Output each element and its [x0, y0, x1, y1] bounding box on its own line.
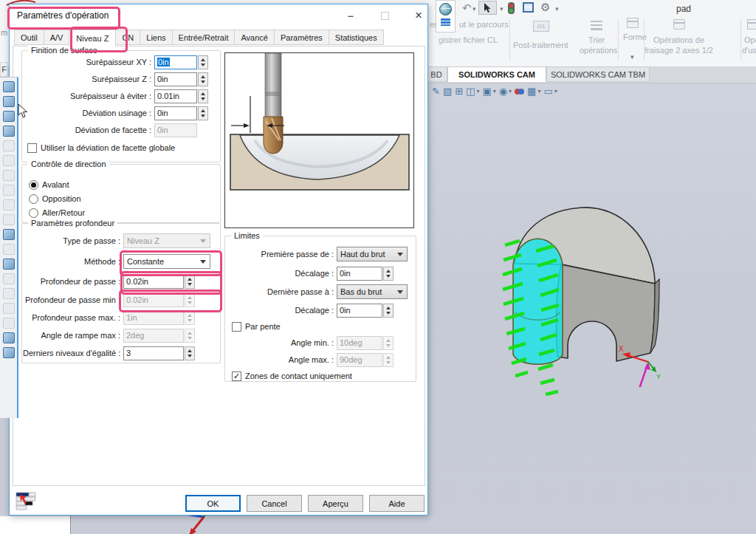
scene-caret-icon[interactable]: ▾: [537, 88, 540, 95]
tab-bd[interactable]: BD: [425, 66, 447, 82]
cam-tool-icon-12[interactable]: [3, 244, 15, 255]
method-combo[interactable]: Constante: [123, 254, 210, 269]
cam-tool-icon-19[interactable]: [3, 347, 15, 358]
tab-statistiques[interactable]: Statistiques: [329, 30, 384, 45]
undo-icon[interactable]: ↶: [462, 1, 472, 15]
first-cut-from-combo[interactable]: Haut du brut: [337, 247, 408, 261]
tab-parametres[interactable]: Paramètres: [274, 30, 329, 45]
tab-niveau-z[interactable]: Niveau Z: [69, 30, 116, 47]
zoom-caret-icon[interactable]: ▾: [476, 88, 479, 95]
view-orientation-icon[interactable]: ▣: [482, 86, 491, 97]
display-settings-icon[interactable]: ▭: [543, 86, 552, 97]
ribbon-sort-line2[interactable]: opérations: [580, 46, 617, 55]
global-facet-deviation-checkbox[interactable]: [27, 143, 37, 153]
close-button[interactable]: ×: [408, 7, 429, 24]
tab-liens[interactable]: Liens: [140, 30, 172, 45]
ribbon-simulate-toolpath[interactable]: ut le parcours: [459, 20, 509, 29]
tab-solidworks-cam[interactable]: SOLIDWORKS CAM: [447, 66, 546, 82]
cam-tool-icon-16[interactable]: [3, 303, 15, 314]
last-cut-at-combo[interactable]: Bas du brut: [337, 284, 408, 299]
conventional-radio[interactable]: [29, 194, 38, 204]
machining-deviation-spinner[interactable]: [198, 106, 208, 120]
layers-icon[interactable]: [441, 18, 450, 26]
cursor-arrow-icon: [484, 3, 492, 13]
display-caret-icon[interactable]: ▾: [509, 88, 512, 95]
sketch-icon[interactable]: ✎: [432, 86, 440, 97]
measure-icon[interactable]: ⊞: [455, 86, 463, 97]
table-icon[interactable]: [523, 2, 534, 13]
view-caret-icon[interactable]: ▾: [493, 88, 496, 95]
display-style-icon[interactable]: ◉: [499, 86, 507, 97]
cam-tool-icon-4[interactable]: [3, 126, 15, 137]
cam-tool-icon-1[interactable]: [3, 81, 15, 92]
cam-tool-icon-8[interactable]: [3, 185, 15, 196]
cut-depth-input[interactable]: 0.02in: [123, 275, 184, 289]
cam-tool-icon-2[interactable]: [3, 96, 15, 107]
cancel-button[interactable]: Cancel: [247, 495, 302, 512]
undo-caret-icon[interactable]: ▾: [472, 5, 476, 13]
allowance-xy-spinner[interactable]: [198, 55, 208, 69]
climb-radio[interactable]: [29, 180, 38, 190]
cam-tool-icon-18[interactable]: [3, 332, 15, 343]
ribbon-machine-line1[interactable]: Opérati: [744, 35, 756, 44]
contact-zones-checkbox[interactable]: ✓: [232, 372, 241, 381]
gear-icon[interactable]: ⚙: [540, 1, 550, 14]
minimize-button[interactable]: −: [340, 7, 361, 24]
zigzag-radio[interactable]: [29, 208, 38, 218]
allowance-xy-input[interactable]: 0in: [154, 55, 197, 69]
tab-outil[interactable]: Outil: [14, 30, 44, 45]
section-view-icon[interactable]: ▧: [443, 86, 452, 97]
shape-caret-icon[interactable]: ▾: [630, 53, 634, 61]
appearance-spheres-icon[interactable]: [515, 86, 524, 97]
settings-caret-icon[interactable]: ▾: [554, 88, 557, 95]
cam-tool-icon-10[interactable]: [3, 214, 15, 225]
feed-table-icon[interactable]: [16, 490, 38, 513]
tab-av[interactable]: A/V: [44, 30, 70, 45]
equal-levels-spinner[interactable]: [185, 346, 195, 360]
tab-avance[interactable]: Avancé: [234, 30, 275, 45]
ribbon-save-cl-file[interactable]: gistrer fichier CL: [439, 35, 498, 44]
cam-tool-icon-5[interactable]: [3, 140, 15, 151]
ribbon-sort-line1[interactable]: Trier: [588, 35, 605, 44]
traffic-light-icon[interactable]: [508, 2, 515, 14]
globe-icon[interactable]: [439, 3, 452, 16]
tab-solidworks-cam-tbm[interactable]: SOLIDWORKS CAM TBM: [546, 66, 650, 82]
cam-tool-icon-13[interactable]: [3, 259, 15, 270]
avoid-allowance-input[interactable]: 0.01in: [154, 89, 197, 103]
zoom-icon[interactable]: ◫: [466, 86, 475, 97]
cam-tool-icon-7[interactable]: [3, 170, 15, 181]
allowance-z-input[interactable]: 0in: [154, 72, 197, 86]
top-offset-spinner[interactable]: [383, 267, 394, 281]
bottom-offset-input[interactable]: 0in: [337, 304, 382, 318]
allowance-z-spinner[interactable]: [198, 72, 208, 86]
cam-tool-icon-3[interactable]: [3, 111, 15, 122]
cam-tool-icon-6[interactable]: [3, 155, 15, 166]
ribbon-mill-line2[interactable]: fraisage 2 axes 1/2: [645, 46, 713, 55]
bottom-offset-spinner[interactable]: [383, 304, 394, 318]
ribbon-machine-line2[interactable]: d'usinage d: [742, 46, 756, 55]
select-tool-button[interactable]: [478, 1, 497, 15]
help-button[interactable]: Aide: [369, 495, 425, 512]
avoid-allowance-spinner[interactable]: [198, 89, 208, 103]
equal-levels-input[interactable]: 3: [123, 346, 184, 360]
maximize-button[interactable]: [374, 7, 395, 24]
preview-button[interactable]: Aperçu: [308, 495, 363, 512]
ribbon-mill-line1[interactable]: Opérations de: [653, 35, 704, 44]
cam-tool-icon-15[interactable]: [3, 288, 15, 299]
cam-tool-icon-9[interactable]: [3, 199, 15, 210]
machining-deviation-input[interactable]: 0in: [154, 106, 197, 120]
scene-icon[interactable]: ▦: [527, 86, 536, 97]
by-slope-checkbox[interactable]: [232, 322, 241, 332]
tab-cn[interactable]: CN: [115, 30, 140, 45]
top-offset-input[interactable]: 0in: [337, 267, 382, 281]
ribbon-post-process[interactable]: Post-traitement: [513, 41, 568, 49]
cam-tool-icon-11[interactable]: [3, 229, 15, 240]
tab-entree-retrait[interactable]: Entrée/Retrait: [172, 30, 236, 45]
select-caret-icon[interactable]: ▾: [500, 5, 504, 13]
ribbon-shape[interactable]: Forme: [623, 32, 647, 41]
gear-caret-icon[interactable]: ▾: [555, 5, 559, 13]
cut-depth-spinner[interactable]: [185, 275, 195, 289]
cam-tool-icon-14[interactable]: [3, 273, 15, 284]
cam-tool-icon-17[interactable]: [3, 318, 15, 329]
ok-button[interactable]: OK: [185, 495, 241, 512]
